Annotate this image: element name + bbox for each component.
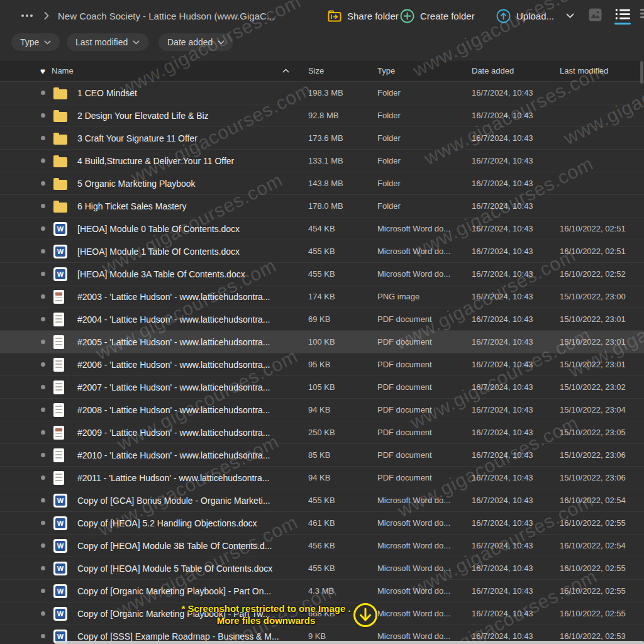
table-row[interactable]: 1 CEO Mindset 198.3 MB Folder 16/7/2024,…	[0, 82, 644, 104]
file-type: PDF document	[377, 337, 472, 347]
column-header-last-modified[interactable]: Last modified	[560, 66, 644, 75]
file-type: Microsoft Word do...	[377, 541, 472, 550]
favorite-dot[interactable]	[41, 91, 45, 95]
table-row[interactable]: W [HEOA] Module 3A Table Of Contents.doc…	[0, 263, 644, 286]
favorite-dot[interactable]	[41, 453, 45, 457]
file-name: #2009 - 'Lattice Hudson' - www.latticehu…	[77, 428, 308, 438]
table-row[interactable]: W Copy of [Organic Marketing Playbook] -…	[0, 580, 644, 602]
table-row[interactable]: #2005 - 'Lattice Hudson' - www.latticehu…	[0, 331, 644, 353]
last-modified: 15/10/2022, 23:00	[560, 292, 644, 301]
table-row[interactable]: W Copy of [HEOA] 5.2 Handling Objections…	[0, 512, 644, 535]
file-size: 461 KB	[308, 518, 377, 528]
folder-icon	[53, 89, 67, 99]
table-row[interactable]: 6 High Ticket Sales Mastery 178.0 MB Fol…	[0, 195, 644, 218]
pdf-doc-icon	[53, 471, 64, 485]
favorite-dot[interactable]	[41, 475, 45, 480]
table-row[interactable]: #2008 - 'Lattice Hudson' - www.latticehu…	[0, 399, 644, 421]
chevron-down-icon	[218, 40, 225, 45]
date-added: 16/7/2024, 10:43	[472, 133, 560, 143]
list-view-button[interactable]	[614, 8, 631, 25]
table-body: 1 CEO Mindset 198.3 MB Folder 16/7/2024,…	[0, 82, 644, 644]
favorite-dot[interactable]	[41, 294, 45, 299]
column-header-date-added[interactable]: Date added	[472, 66, 560, 75]
file-type: PDF document	[377, 473, 472, 482]
favorite-dot[interactable]	[41, 498, 45, 502]
favorite-dot[interactable]	[41, 272, 45, 276]
table-row[interactable]: #2003 - 'Lattice Hudson' - www.latticehu…	[0, 286, 644, 308]
column-header-name[interactable]: Name	[52, 66, 308, 75]
file-name: #2004 - 'Lattice Hudson' - www.latticehu…	[77, 314, 308, 325]
table-row[interactable]: W Copy of [HEOA] Module 3B Table Of Cont…	[0, 535, 644, 557]
breadcrumb-title[interactable]: New Coach Society - Lattice Hudson (www.…	[58, 11, 274, 21]
table-row[interactable]: W Copy of [GCA] Bonus Module - Organic M…	[0, 489, 644, 512]
favorite-dot[interactable]	[41, 589, 45, 593]
date-added: 16/7/2024, 10:43	[472, 360, 560, 369]
table-row[interactable]: 5 Organic Marketing Playbook 143.8 MB Fo…	[0, 172, 644, 195]
filter-last-modified-chip[interactable]: Last modified	[67, 33, 148, 51]
share-folder-button[interactable]: Share folder	[324, 0, 402, 31]
favorite-dot[interactable]	[41, 136, 45, 140]
column-header-type[interactable]: Type	[377, 66, 472, 75]
date-added: 16/7/2024, 10:43	[472, 405, 560, 414]
date-added: 16/7/2024, 10:43	[472, 541, 560, 550]
file-icon-cell: W	[52, 539, 77, 553]
table-row[interactable]: #2006 - 'Lattice Hudson' - www.latticehu…	[0, 353, 644, 376]
file-icon-cell: W	[52, 584, 77, 598]
file-icon-cell: W	[52, 222, 77, 236]
thumbnail-view-button[interactable]	[589, 8, 602, 21]
column-header-size[interactable]: Size	[308, 66, 377, 75]
file-name: 4 Build,Structure & Deliver Your 11 Offe…	[77, 156, 308, 166]
table-row[interactable]: #2007 - 'Lattice Hudson' - www.latticehu…	[0, 376, 644, 399]
favorite-dot[interactable]	[41, 204, 45, 208]
favorite-dot[interactable]	[41, 249, 45, 253]
file-name: Copy of [HEOA] Module 5 Table Of Content…	[77, 564, 308, 574]
file-icon-cell	[52, 380, 77, 394]
table-header: ♥ Name Size Type Date added Last modifie…	[0, 60, 644, 82]
filter-date-added-chip[interactable]: Date added	[158, 33, 233, 51]
table-row[interactable]: W [HEOA] Module 0 Table Of Contents.docx…	[0, 218, 644, 240]
date-added: 16/7/2024, 10:43	[472, 179, 560, 188]
table-row[interactable]: W Copy of [HEOA] Module 5 Table Of Conte…	[0, 557, 644, 580]
file-name: [HEOA] Module 0 Table Of Contents.docx	[77, 224, 308, 234]
table-row[interactable]: #2004 - 'Lattice Hudson' - www.latticehu…	[0, 308, 644, 331]
ellipsis-menu-button[interactable]	[19, 12, 35, 19]
pdf-doc-icon	[53, 358, 64, 372]
favorite-dot[interactable]	[41, 566, 45, 570]
favorite-dot[interactable]	[41, 385, 45, 389]
filter-type-chip[interactable]: Type	[11, 33, 60, 51]
table-row[interactable]: #2010 - 'Lattice Hudson' - www.latticehu…	[0, 444, 644, 467]
filter-type-label: Type	[20, 37, 39, 47]
favorite-dot[interactable]	[41, 226, 45, 231]
favorite-dot[interactable]	[41, 317, 45, 321]
table-row[interactable]: #2011 - 'Lattice Hudson' - www.latticehu…	[0, 467, 644, 489]
heart-icon[interactable]: ♥	[40, 67, 45, 75]
favorite-dot[interactable]	[41, 634, 45, 638]
bottom-edge-strip	[55, 641, 644, 644]
file-name: 2 Design Your Elevated Life & Biz	[77, 111, 308, 121]
upload-button[interactable]: Upload...	[492, 0, 578, 31]
favorite-dot[interactable]	[41, 113, 45, 118]
favorite-dot[interactable]	[41, 611, 45, 616]
table-row[interactable]: 4 Build,Structure & Deliver Your 11 Offe…	[0, 150, 644, 172]
date-added: 16/7/2024, 10:43	[472, 88, 560, 97]
favorite-dot[interactable]	[41, 543, 45, 548]
folder-icon	[53, 203, 67, 213]
table-row[interactable]: 3 Craft Your Signature 11 Offer 173.6 MB…	[0, 127, 644, 150]
table-row[interactable]: W [HEOA] Module 1 Table Of Contents.docx…	[0, 240, 644, 263]
table-row[interactable]: #2009 - 'Lattice Hudson' - www.latticehu…	[0, 421, 644, 444]
favorite-dot[interactable]	[41, 408, 45, 412]
sort-asc-icon	[282, 69, 289, 73]
create-folder-label: Create folder	[420, 11, 475, 21]
file-size: 133.1 MB	[308, 156, 377, 165]
create-folder-button[interactable]: Create folder	[396, 0, 479, 31]
table-row[interactable]: W Copy of [Organic Marketing Playbook] -…	[0, 602, 644, 625]
file-name: #2005 - 'Lattice Hudson' - www.latticehu…	[77, 337, 308, 347]
favorite-dot[interactable]	[41, 340, 45, 344]
scrollbar-thumb[interactable]	[640, 61, 643, 84]
favorite-dot[interactable]	[41, 181, 45, 186]
favorite-dot[interactable]	[41, 430, 45, 435]
favorite-dot[interactable]	[41, 158, 45, 163]
favorite-dot[interactable]	[41, 521, 45, 525]
table-row[interactable]: 2 Design Your Elevated Life & Biz 92.8 M…	[0, 104, 644, 127]
favorite-dot[interactable]	[41, 362, 45, 367]
